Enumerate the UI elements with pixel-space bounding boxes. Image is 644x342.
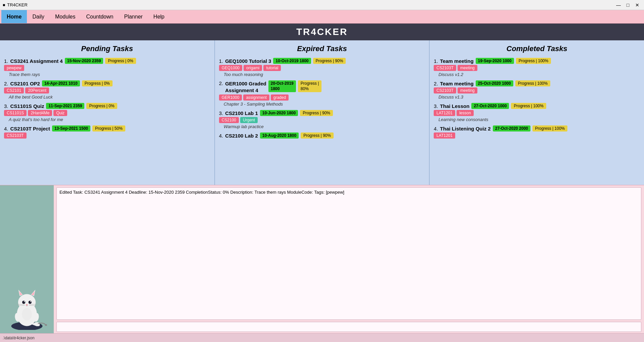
task-header: 3. CS1101S Quiz 11-Sep-2021 2359 Progres…	[4, 103, 211, 109]
task-name: GER1000 GradedAssignment 4	[225, 80, 266, 93]
task-tags: CS2101 20Percent	[4, 87, 211, 93]
app-title-bar: TR4CKER	[0, 24, 644, 40]
expired-task-3: 3. CS2100 Lab 1 10-Jun-2020 1800 Progres…	[219, 110, 426, 129]
menu-bar: Home Daily Modules Countdown Planner Hel…	[0, 10, 644, 24]
app-title: TR4CKER	[296, 27, 348, 37]
expired-task-1: 1. GEQ1000 Tutorial 3 10-Oct-2019 1800 P…	[219, 58, 426, 77]
task-deadline: 10-Oct-2019 1800	[273, 58, 311, 64]
task-num: 2.	[219, 80, 223, 86]
task-name: CS3241 Assignment 4	[10, 58, 63, 64]
task-desc: Discuss v1.3	[438, 94, 641, 100]
task-header: 2. GER1000 GradedAssignment 4 20-Oct-201…	[219, 80, 426, 93]
completed-header: Completed Tasks	[430, 40, 644, 56]
task-num: 1.	[219, 58, 223, 64]
task-header: 4. CS2100 Lab 2 10-Aug-2020 1800 Progres…	[219, 132, 426, 139]
task-deadline: 14-Apr-2021 1010	[42, 80, 80, 86]
task-tags: CS1101S 2Hard4Me Quiz	[4, 110, 211, 116]
task-header: 3. Thai Lesson 27-Oct-2020 1000 Progress…	[434, 103, 641, 109]
log-input[interactable]	[56, 322, 641, 332]
menu-item-planner[interactable]: Planner	[119, 10, 148, 23]
task-num: 3.	[4, 103, 8, 109]
task-tags: CS2103T meeting	[434, 87, 641, 93]
svg-point-10	[30, 301, 31, 302]
task-deadline: 25-Oct-2020 1000	[476, 80, 513, 86]
svg-point-18	[22, 308, 32, 320]
svg-point-8	[29, 301, 32, 304]
task-name: Thai Listening Quiz 2	[440, 126, 491, 131]
task-name: CS2101 OP2	[10, 81, 40, 86]
tag-20percent: 20Percent	[25, 87, 49, 93]
completed-task-2: 2. Team meeting 25-Oct-2020 1000 Progres…	[434, 80, 641, 100]
pending-task-4: 4. CS2103T Project 13-Sep-2021 1500 Prog…	[4, 125, 211, 139]
pending-task-2: 2. CS2101 OP2 14-Apr-2021 1010 Progress …	[4, 80, 211, 100]
minimize-button[interactable]: —	[614, 2, 622, 8]
tag-meeting: meeting	[458, 87, 477, 93]
tag-lesson: lesson	[457, 110, 474, 116]
task-deadline: 13-Sep-2021 1500	[52, 125, 90, 131]
cat-illustration	[5, 283, 49, 330]
task-desc: Warmup lab practice	[224, 124, 426, 129]
tag-lat1201: LAT1201	[434, 132, 455, 139]
log-text: Edited Task: CS3241 Assignment 4 Deadlin…	[59, 190, 344, 195]
bottom-section: Edited Task: CS3241 Assignment 4 Deadlin…	[0, 185, 644, 333]
task-name: CS2100 Lab 2	[225, 133, 258, 139]
close-button[interactable]: ✕	[633, 2, 641, 8]
task-name: Team meeting	[440, 81, 474, 86]
task-progress: Progress | 100%	[511, 103, 546, 109]
svg-point-9	[24, 301, 25, 302]
task-deadline: 15-Nov-2020 2359	[65, 58, 103, 64]
task-num: 1.	[434, 58, 438, 64]
task-header: 3. CS2100 Lab 1 10-Jun-2020 1800 Progres…	[219, 110, 426, 116]
tag-cs2103t: CS2103T	[434, 65, 456, 71]
title-bar: ■ TR4CKER — □ ✕	[0, 0, 644, 10]
task-name: CS2103T Project	[10, 126, 50, 131]
menu-item-home[interactable]: Home	[1, 10, 27, 23]
task-num: 1.	[4, 58, 8, 64]
tag-2hard4me: 2Hard4Me	[28, 110, 52, 116]
title-bar-left: ■ TR4CKER	[3, 2, 28, 7]
task-progress: Progress | 50%	[92, 125, 125, 131]
title-bar-controls: — □ ✕	[614, 2, 641, 8]
task-desc: Trace them rays	[9, 72, 211, 77]
task-desc: Discuss v1.2	[438, 72, 641, 77]
expired-task-2: 2. GER1000 GradedAssignment 4 20-Oct-201…	[219, 80, 426, 107]
tag-ger1000: GER1000	[219, 94, 242, 101]
tag-urgent: Urgent	[240, 117, 258, 123]
task-tags: GEQ1000 origami tutorial	[219, 65, 426, 71]
completed-scroll[interactable]: 1. Team meeting 19-Sep-2020 1000 Progres…	[430, 56, 644, 185]
menu-item-daily[interactable]: Daily	[27, 10, 50, 23]
maximize-button[interactable]: □	[624, 2, 632, 8]
expired-header: Expired Tasks	[215, 40, 429, 56]
task-progress: Progress | 90%	[301, 132, 334, 139]
tag-cs2101: CS2101	[4, 87, 24, 93]
expired-scroll[interactable]: 1. GEQ1000 Tutorial 3 10-Oct-2019 1800 P…	[215, 56, 429, 185]
task-progress: Progress | 100%	[515, 80, 551, 86]
menu-item-modules[interactable]: Modules	[50, 10, 81, 23]
pending-scroll[interactable]: 1. CS3241 Assignment 4 15-Nov-2020 2359 …	[0, 56, 214, 185]
tag-cs2103t: CS2103T	[4, 132, 27, 139]
task-deadline: 20-Oct-20191800	[268, 80, 296, 92]
completed-task-3: 3. Thai Lesson 27-Oct-2020 1000 Progress…	[434, 103, 641, 122]
svg-point-7	[22, 301, 25, 304]
svg-rect-19	[45, 324, 47, 326]
cat-panel	[0, 185, 54, 333]
expired-column: Expired Tasks 1. GEQ1000 Tutorial 3 10-O…	[215, 40, 430, 185]
tag-quiz: Quiz	[53, 110, 67, 116]
expired-task-4: 4. CS2100 Lab 2 10-Aug-2020 1800 Progres…	[219, 132, 426, 139]
task-deadline: 10-Aug-2020 1800	[260, 132, 299, 139]
task-deadline: 11-Sep-2021 2359	[46, 103, 84, 109]
menu-item-help[interactable]: Help	[148, 10, 170, 23]
tag-cs2100: CS2100	[219, 117, 239, 123]
tag-graded: graded	[271, 94, 289, 101]
completed-column: Completed Tasks 1. Team meeting 19-Sep-2…	[430, 40, 644, 185]
menu-item-countdown[interactable]: Countdown	[81, 10, 119, 23]
task-num: 4.	[434, 126, 438, 131]
log-panel: Edited Task: CS3241 Assignment 4 Deadlin…	[54, 185, 644, 333]
task-num: 2.	[434, 81, 438, 86]
svg-point-11	[26, 304, 28, 305]
task-num: 3.	[219, 110, 223, 116]
task-tags: pewpew	[4, 65, 211, 71]
tag-cs2103t: CS2103T	[434, 87, 456, 93]
pending-task-3: 3. CS1101S Quiz 11-Sep-2021 2359 Progres…	[4, 103, 211, 122]
task-desc: All the best Good Luck	[9, 94, 211, 100]
